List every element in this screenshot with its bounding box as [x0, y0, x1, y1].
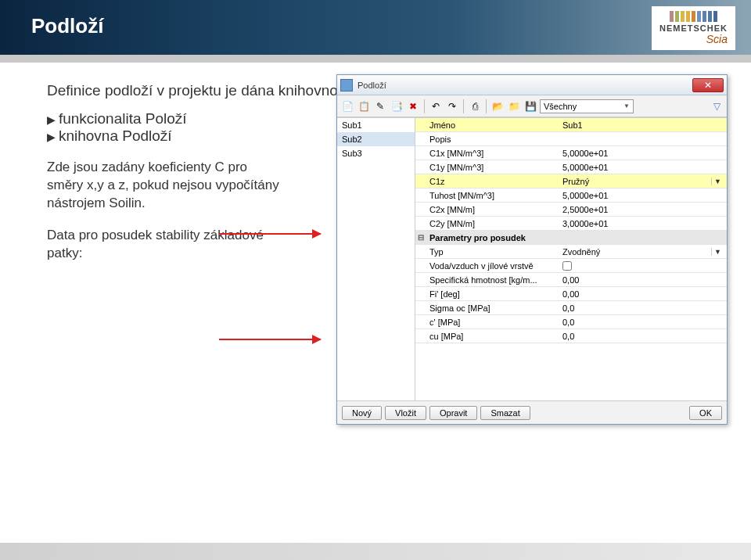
print-icon[interactable]: ⎙ [468, 99, 482, 113]
property-value[interactable]: Zvodněný [559, 247, 711, 257]
property-row[interactable]: C2y [MN/m]3,0000e+01 [415, 217, 727, 231]
property-value[interactable]: 5,0000e+01 [559, 149, 727, 158]
property-row[interactable]: cu [MPa]0,0 [415, 329, 727, 343]
property-value[interactable]: Sub1 [559, 120, 727, 130]
dialog-title: Podloží [358, 81, 692, 90]
list-item[interactable]: Sub3 [337, 146, 415, 160]
edit-button[interactable]: Opravit [429, 406, 477, 420]
property-value[interactable]: 2,5000e+01 [559, 205, 727, 214]
tool-icon[interactable]: 📋 [357, 99, 371, 113]
property-label: C2y [MN/m] [426, 219, 559, 228]
property-row[interactable]: Specifická hmotnost [kg/m...0,00 [415, 273, 727, 287]
property-row[interactable]: Sigma oc [MPa]0,0 [415, 301, 727, 315]
funnel-icon[interactable]: ▽ [710, 99, 724, 113]
separator [424, 99, 425, 113]
property-row[interactable]: C1y [MN/m^3]5,0000e+01 [415, 160, 727, 174]
paragraph-1: Zde jsou zadány koeficienty C pro směry … [47, 159, 282, 213]
property-value[interactable]: 0,0 [559, 318, 727, 327]
property-pane: JménoSub1PopisC1x [MN/m^3]5,0000e+01C1y … [415, 118, 727, 400]
property-row[interactable]: C1zPružný▼ [415, 174, 727, 188]
delete-button[interactable]: Smazat [480, 406, 530, 420]
toolbar: 📄 📋 ✎ 📑 ✖ ↶ ↷ ⎙ 📂 📁 💾 Všechny▼ ▽ [337, 95, 727, 117]
chevron-down-icon: ▼ [623, 102, 630, 109]
property-label: Sigma oc [MPa] [426, 303, 559, 313]
property-row[interactable]: Fi' [deg]0,00 [415, 287, 727, 301]
dialog-footer: Nový Vložit Opravit Smazat OK [337, 400, 727, 424]
property-label: Fi' [deg] [426, 289, 559, 299]
logo: NEMETSCHEK Scia [652, 6, 735, 50]
separator [463, 99, 464, 113]
open2-icon[interactable]: 📁 [507, 99, 521, 113]
redo-icon[interactable]: ↷ [445, 99, 459, 113]
property-label: C1x [MN/m^3] [426, 149, 559, 158]
edit-icon[interactable]: ✎ [373, 99, 387, 113]
property-label: cu [MPa] [426, 332, 559, 341]
logo-subtext: Scia [659, 33, 728, 45]
list-pane: Sub1 Sub2 Sub3 [337, 118, 415, 400]
property-row[interactable]: Voda/vzduch v jílové vrstvě [415, 259, 727, 273]
property-value[interactable]: 5,0000e+01 [559, 163, 727, 172]
property-row[interactable]: TypZvodněný▼ [415, 245, 727, 259]
property-group[interactable]: ⊟Parametry pro posudek [415, 231, 727, 245]
arrow-icon [219, 339, 321, 340]
page-header: Podloží NEMETSCHEK Scia [0, 0, 751, 55]
property-label: Typ [426, 247, 559, 257]
undo-icon[interactable]: ↶ [429, 99, 443, 113]
property-label: Jméno [426, 120, 559, 130]
property-value[interactable]: 0,0 [559, 332, 727, 341]
property-row[interactable]: c' [MPa]0,0 [415, 315, 727, 329]
logo-text: NEMETSCHEK [659, 23, 728, 33]
property-value[interactable]: 5,0000e+01 [559, 191, 727, 200]
filter-dropdown[interactable]: Všechny▼ [540, 99, 634, 113]
new-button[interactable]: Nový [342, 406, 382, 420]
property-value[interactable]: Pružný [559, 177, 711, 186]
property-row[interactable]: C2x [MN/m]2,5000e+01 [415, 203, 727, 217]
property-label: C1z [426, 177, 559, 186]
dialog-icon [340, 79, 353, 92]
property-label: Voda/vzduch v jílové vrstvě [426, 261, 559, 271]
separator [486, 99, 487, 113]
ok-button[interactable]: OK [689, 406, 722, 420]
property-label: Popis [426, 135, 559, 144]
list-item[interactable]: Sub2 [337, 132, 415, 146]
dialog-body: Sub1 Sub2 Sub3 JménoSub1PopisC1x [MN/m^3… [337, 117, 727, 400]
property-label: C1y [MN/m^3] [426, 163, 559, 172]
tool-icon[interactable]: 📄 [340, 99, 354, 113]
arrow-icon [219, 233, 321, 235]
close-button[interactable]: ✕ [692, 78, 724, 92]
property-value[interactable]: 3,0000e+01 [559, 219, 727, 228]
page-title: Podloží [0, 0, 751, 38]
list-item[interactable]: Sub1 [337, 118, 415, 132]
delete-icon[interactable]: ✖ [406, 99, 420, 113]
property-value[interactable]: 0,00 [559, 275, 727, 285]
property-value[interactable] [559, 261, 727, 271]
open-icon[interactable]: 📂 [490, 99, 505, 113]
dialog-podlozi: Podloží ✕ 📄 📋 ✎ 📑 ✖ ↶ ↷ ⎙ 📂 📁 💾 Všechny▼… [336, 74, 728, 425]
property-row[interactable]: C1x [MN/m^3]5,0000e+01 [415, 146, 727, 160]
save-icon[interactable]: 💾 [523, 99, 537, 113]
property-label: c' [MPa] [426, 318, 559, 327]
property-row[interactable]: JménoSub1 [415, 118, 727, 132]
dialog-titlebar[interactable]: Podloží ✕ [337, 75, 727, 95]
logo-bars-icon [659, 11, 728, 22]
chevron-down-icon[interactable]: ▼ [711, 248, 724, 256]
property-row[interactable]: Popis [415, 132, 727, 146]
insert-button[interactable]: Vložit [385, 406, 426, 420]
property-label: C2x [MN/m] [426, 205, 559, 214]
checkbox[interactable] [562, 261, 572, 271]
property-value[interactable]: 0,0 [559, 303, 727, 313]
property-value[interactable]: 0,00 [559, 289, 727, 299]
property-row[interactable]: Tuhost [MN/m^3]5,0000e+01 [415, 188, 727, 203]
property-label: Specifická hmotnost [kg/m... [426, 275, 559, 285]
paragraph-2: Data pro posudek stability základové pat… [47, 227, 282, 263]
tool-icon[interactable]: 📑 [390, 99, 404, 113]
collapse-icon[interactable]: ⊟ [415, 233, 426, 242]
chevron-down-icon[interactable]: ▼ [711, 178, 724, 185]
divider-strip [0, 55, 751, 63]
property-label: Tuhost [MN/m^3] [426, 191, 559, 200]
footer-strip [0, 543, 751, 560]
